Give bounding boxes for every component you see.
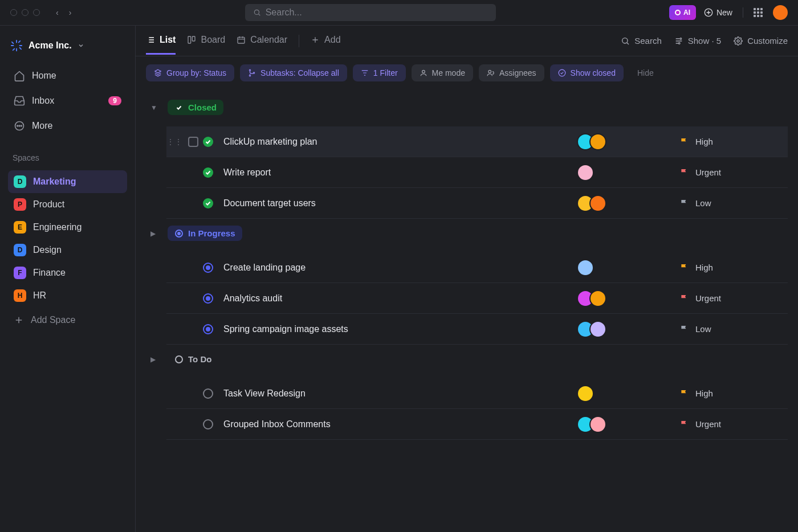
hide-filters-button[interactable]: Hide xyxy=(637,68,654,77)
group-header[interactable]: ▶ To Do xyxy=(146,348,788,370)
priority-cell[interactable]: High xyxy=(679,263,782,272)
priority-cell[interactable]: Low xyxy=(679,198,782,208)
show-columns-button[interactable]: Show · 5 xyxy=(674,36,721,46)
workspace-switcher[interactable]: Acme Inc. xyxy=(8,36,127,55)
priority-cell[interactable]: High xyxy=(679,137,782,146)
assignee-avatar[interactable] xyxy=(589,321,606,338)
priority-cell[interactable]: Urgent xyxy=(679,167,782,177)
add-space-button[interactable]: Add Space xyxy=(8,309,127,331)
status-todo-icon[interactable] xyxy=(203,388,213,399)
group-by-chip[interactable]: Group by: Status xyxy=(146,64,234,81)
task-row[interactable]: ⋮⋮ Grouped Inbox Comments Urgent xyxy=(166,409,788,440)
view-tab-board[interactable]: Board xyxy=(187,35,225,55)
flag-icon xyxy=(679,168,689,177)
group-closed: ▼ Closed ⋮⋮ ClickUp marketing plan High … xyxy=(146,96,788,219)
assignee-avatar[interactable] xyxy=(577,164,594,181)
group-header[interactable]: ▼ Closed xyxy=(146,96,788,118)
assignees-cell[interactable] xyxy=(577,385,679,402)
status-progress-icon[interactable] xyxy=(203,263,213,273)
ai-button[interactable]: AI xyxy=(669,5,696,20)
status-progress-icon[interactable] xyxy=(203,293,213,304)
status-pill[interactable]: Closed xyxy=(168,100,223,115)
status-pill[interactable]: In Progress xyxy=(168,226,242,241)
collapse-icon[interactable]: ▶ xyxy=(150,355,160,363)
view-tab-list[interactable]: List xyxy=(146,35,176,55)
status-todo-icon[interactable] xyxy=(203,419,213,429)
assignee-avatar[interactable] xyxy=(589,195,606,212)
group-header[interactable]: ▶ In Progress xyxy=(146,222,788,244)
sidebar-item-inbox[interactable]: Inbox 9 xyxy=(8,89,127,112)
priority-cell[interactable]: Low xyxy=(679,324,782,334)
priority-cell[interactable]: Urgent xyxy=(679,293,782,303)
task-row[interactable]: ⋮⋮ Create landing page High xyxy=(166,252,788,283)
assignees-cell[interactable] xyxy=(577,195,679,212)
assignee-avatar[interactable] xyxy=(577,259,594,276)
status-progress-icon[interactable] xyxy=(203,324,213,334)
task-checkbox[interactable] xyxy=(188,137,198,147)
show-closed-chip[interactable]: Show closed xyxy=(550,64,624,81)
search-tasks-button[interactable]: Search xyxy=(621,36,662,46)
sidebar-space-product[interactable]: PProduct xyxy=(8,193,127,216)
user-avatar[interactable] xyxy=(773,5,788,20)
assignees-cell[interactable] xyxy=(577,133,679,150)
sidebar-item-more[interactable]: More xyxy=(8,114,127,137)
view-tab-calendar[interactable]: Calendar xyxy=(237,35,287,55)
status-done-icon[interactable] xyxy=(203,198,213,208)
task-name[interactable]: Spring campaign image assets xyxy=(215,324,577,334)
task-row[interactable]: ⋮⋮ ClickUp marketing plan High xyxy=(166,126,788,157)
task-name[interactable]: Analytics audit xyxy=(215,293,577,304)
task-name[interactable]: Document target users xyxy=(215,198,577,208)
assignee-avatar[interactable] xyxy=(589,416,606,433)
assignees-cell[interactable] xyxy=(577,290,679,307)
assignees-cell[interactable] xyxy=(577,259,679,276)
task-name[interactable]: Task View Redesign xyxy=(215,388,577,399)
task-row[interactable]: ⋮⋮ Write report Urgent xyxy=(166,157,788,188)
task-name[interactable]: Create landing page xyxy=(215,263,577,273)
status-done-icon[interactable] xyxy=(203,167,213,178)
sidebar: Acme Inc. Home Inbox 9 More Spaces DMark… xyxy=(0,26,136,532)
assignee-avatar[interactable] xyxy=(577,385,594,402)
window-controls[interactable] xyxy=(10,9,40,16)
priority-cell[interactable]: Urgent xyxy=(679,419,782,429)
assignees-cell[interactable] xyxy=(577,416,679,433)
svg-rect-2 xyxy=(16,40,17,43)
task-row[interactable]: ⋮⋮ Spring campaign image assets Low xyxy=(166,314,788,345)
add-view-button[interactable]: Add xyxy=(311,35,340,55)
task-row[interactable]: ⋮⋮ Document target users Low xyxy=(166,188,788,219)
me-mode-chip[interactable]: Me mode xyxy=(412,64,473,81)
back-button[interactable]: ‹ xyxy=(56,8,59,17)
apps-icon[interactable] xyxy=(754,8,763,17)
assignees-cell[interactable] xyxy=(577,164,679,181)
assignee-avatar[interactable] xyxy=(589,133,606,150)
status-done-icon[interactable] xyxy=(203,137,213,147)
task-row[interactable]: ⋮⋮ Analytics audit Urgent xyxy=(166,283,788,314)
priority-cell[interactable]: High xyxy=(679,388,782,398)
task-name[interactable]: Write report xyxy=(215,167,577,178)
sidebar-space-engineering[interactable]: EEngineering xyxy=(8,216,127,239)
board-icon xyxy=(187,35,196,44)
filter-chip[interactable]: 1 Filter xyxy=(353,64,406,81)
sidebar-space-hr[interactable]: HHR xyxy=(8,284,127,307)
sidebar-space-marketing[interactable]: DMarketing xyxy=(8,170,127,193)
list-icon xyxy=(146,35,155,44)
forward-button[interactable]: › xyxy=(69,8,72,17)
task-row[interactable]: ⋮⋮ Task View Redesign High xyxy=(166,378,788,409)
sidebar-item-home[interactable]: Home xyxy=(8,64,127,87)
sidebar-space-design[interactable]: DDesign xyxy=(8,239,127,261)
new-button[interactable]: New xyxy=(704,8,732,17)
filter-bar: Group by: Status Subtasks: Collapse all … xyxy=(136,56,798,89)
task-name[interactable]: ClickUp marketing plan xyxy=(215,137,577,147)
subtasks-chip[interactable]: Subtasks: Collapse all xyxy=(240,64,347,81)
assignee-avatar[interactable] xyxy=(589,290,606,307)
drag-handle-icon[interactable]: ⋮⋮ xyxy=(166,137,188,146)
customize-button[interactable]: Customize xyxy=(734,36,788,46)
sidebar-space-finance[interactable]: FFinance xyxy=(8,261,127,284)
assignees-chip[interactable]: Assignees xyxy=(479,64,544,81)
global-search[interactable]: Search... xyxy=(245,4,496,21)
assignees-cell[interactable] xyxy=(577,321,679,338)
space-chip-icon: D xyxy=(14,244,26,256)
collapse-icon[interactable]: ▼ xyxy=(150,104,160,112)
status-pill[interactable]: To Do xyxy=(168,351,218,367)
task-name[interactable]: Grouped Inbox Comments xyxy=(215,419,577,429)
collapse-icon[interactable]: ▶ xyxy=(150,230,160,238)
